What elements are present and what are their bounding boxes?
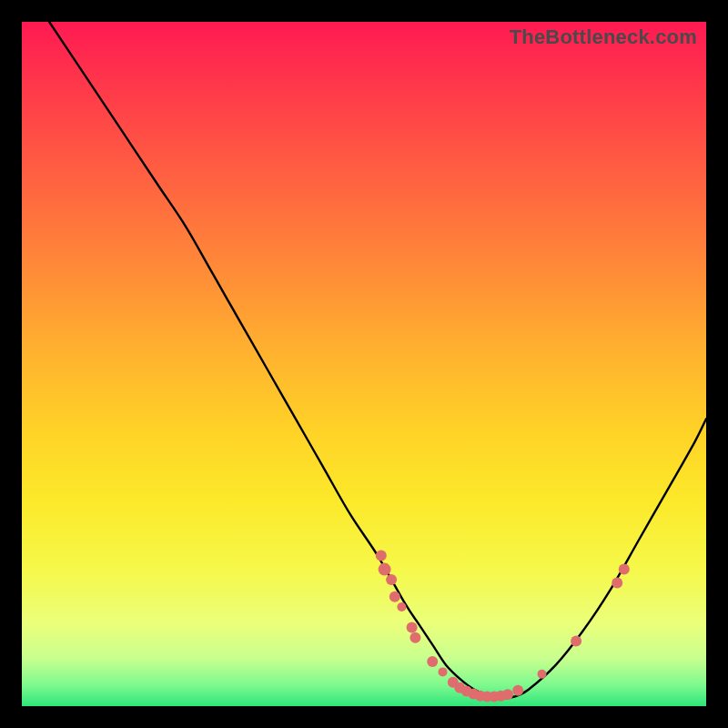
bottleneck-curve — [49, 22, 706, 698]
data-point — [376, 551, 387, 561]
plot-svg — [22, 22, 706, 706]
data-points — [376, 551, 630, 703]
data-point — [612, 578, 622, 589]
data-point — [410, 632, 420, 643]
data-point — [397, 602, 406, 612]
data-point — [386, 574, 397, 585]
data-point — [512, 685, 523, 696]
data-point — [407, 622, 418, 633]
data-point — [389, 592, 400, 602]
data-point — [619, 564, 630, 575]
chart-frame: TheBottleneck.com — [22, 22, 706, 706]
data-point — [427, 656, 438, 667]
data-point — [502, 689, 513, 700]
data-point — [571, 636, 581, 647]
data-point — [439, 667, 448, 676]
data-point — [379, 563, 391, 576]
data-point — [538, 670, 547, 679]
